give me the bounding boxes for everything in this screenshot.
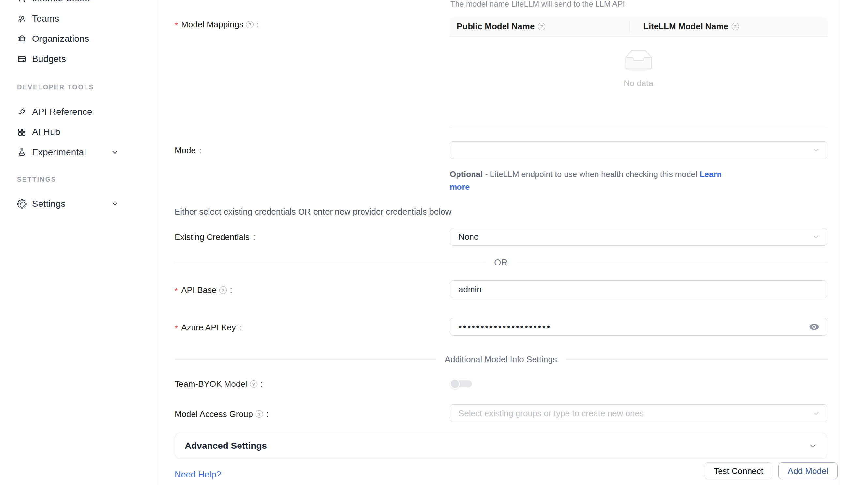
empty-inbox-icon xyxy=(621,50,656,72)
flask-icon xyxy=(17,148,27,157)
litellm-model-name-helper: The model name LiteLLM will send to the … xyxy=(450,0,828,8)
help-icon[interactable]: ? xyxy=(732,23,739,30)
team-byok-toggle[interactable] xyxy=(450,379,472,389)
model-access-group-select[interactable] xyxy=(450,405,827,422)
toggle-password-visibility-button[interactable] xyxy=(809,323,820,331)
required-asterisk: * xyxy=(175,324,178,334)
sidebar-item-label: Internal Users xyxy=(32,0,90,4)
plug-icon xyxy=(17,107,27,117)
test-connect-button[interactable]: Test Connect xyxy=(705,462,772,480)
sidebar-item-label: Experimental xyxy=(32,147,86,158)
sidebar-section-developer-tools: DEVELOPER TOOLS xyxy=(0,83,157,92)
user-icon xyxy=(17,0,27,3)
column-header-litellm-model-name: LiteLLM Model Name ? xyxy=(630,22,739,32)
sidebar-item-internal-users[interactable]: Internal Users xyxy=(0,0,157,8)
model-access-group-input[interactable] xyxy=(450,405,827,422)
azure-api-key-input[interactable] xyxy=(450,318,827,335)
learn-more-link[interactable]: more xyxy=(450,182,470,191)
advanced-settings-title: Advanced Settings xyxy=(175,441,267,451)
sidebar-item-label: Teams xyxy=(32,13,59,24)
credentials-note: Either select existing credentials OR en… xyxy=(175,207,451,217)
add-model-button[interactable]: Add Model xyxy=(778,462,838,480)
empty-state-text: No data xyxy=(450,78,827,88)
chevron-down-icon xyxy=(111,200,119,208)
learn-more-link[interactable]: Learn xyxy=(700,170,722,179)
help-icon[interactable]: ? xyxy=(219,286,227,294)
model-mappings-table: Public Model Name ? LiteLLM Model Name ? xyxy=(450,17,827,128)
users-icon xyxy=(17,14,27,24)
model-mappings-label: * Model Mappings ? : xyxy=(175,20,259,30)
sidebar-item-ai-hub[interactable]: AI Hub xyxy=(0,122,157,142)
sidebar-item-label: AI Hub xyxy=(32,127,60,137)
additional-info-divider: Additional Model Info Settings xyxy=(175,354,827,365)
azure-api-key-field xyxy=(450,318,827,335)
or-divider: OR xyxy=(175,258,827,267)
sidebar-item-budgets[interactable]: Budgets xyxy=(0,49,157,69)
mode-helper-text: Optional - LiteLLM endpoint to use when … xyxy=(450,168,827,193)
api-base-label: * API Base ? : xyxy=(175,285,232,295)
existing-credentials-select[interactable]: None xyxy=(450,228,827,246)
column-header-public-model-name: Public Model Name ? xyxy=(450,22,630,32)
chevron-down-icon xyxy=(812,147,820,154)
bank-icon xyxy=(17,34,27,44)
need-help-link[interactable]: Need Help? xyxy=(175,470,221,480)
chevron-down-icon xyxy=(809,442,817,450)
api-base-input[interactable] xyxy=(450,281,827,298)
api-base-field xyxy=(450,281,827,298)
chevron-down-icon xyxy=(812,233,820,240)
required-asterisk: * xyxy=(175,21,178,31)
help-icon[interactable]: ? xyxy=(250,380,257,388)
help-icon[interactable]: ? xyxy=(538,23,545,30)
eye-icon xyxy=(809,323,820,331)
column-divider xyxy=(630,21,630,32)
sidebar-item-api-reference[interactable]: API Reference xyxy=(0,102,157,122)
advanced-settings-panel[interactable]: Advanced Settings xyxy=(175,433,827,459)
credit-card-icon xyxy=(17,54,27,64)
help-icon[interactable]: ? xyxy=(255,410,263,418)
add-model-page: Internal Users Teams Organizations xyxy=(0,0,868,485)
add-model-form: The model name LiteLLM will send to the … xyxy=(158,0,840,485)
sidebar-item-teams[interactable]: Teams xyxy=(0,8,157,29)
sidebar-item-label: Budgets xyxy=(32,54,66,64)
mode-label: Mode : xyxy=(175,146,202,156)
sidebar-item-label: Organizations xyxy=(32,34,89,44)
azure-api-key-label: * Azure API Key : xyxy=(175,323,242,333)
sidebar: Internal Users Teams Organizations xyxy=(0,0,157,485)
grid-icon xyxy=(17,127,27,137)
sidebar-item-label: Settings xyxy=(32,199,66,209)
help-icon[interactable]: ? xyxy=(246,21,253,28)
chevron-down-icon xyxy=(111,148,119,157)
gear-icon xyxy=(17,199,27,209)
mode-select[interactable] xyxy=(450,141,827,159)
model-access-group-label: Model Access Group ? : xyxy=(175,409,269,419)
sidebar-item-experimental[interactable]: Experimental xyxy=(0,142,157,162)
existing-credentials-label: Existing Credentials : xyxy=(175,232,255,243)
sidebar-item-label: API Reference xyxy=(32,107,92,117)
chevron-down-icon xyxy=(812,410,820,417)
sidebar-item-organizations[interactable]: Organizations xyxy=(0,29,157,49)
team-byok-label: Team-BYOK Model ? : xyxy=(175,379,263,389)
sidebar-item-settings[interactable]: Settings xyxy=(0,194,157,214)
sidebar-section-settings: SETTINGS xyxy=(0,175,157,184)
table-empty-body: No data xyxy=(450,36,827,128)
toggle-knob xyxy=(450,379,460,389)
required-asterisk: * xyxy=(175,286,178,296)
table-header-row: Public Model Name ? LiteLLM Model Name ? xyxy=(450,17,827,36)
